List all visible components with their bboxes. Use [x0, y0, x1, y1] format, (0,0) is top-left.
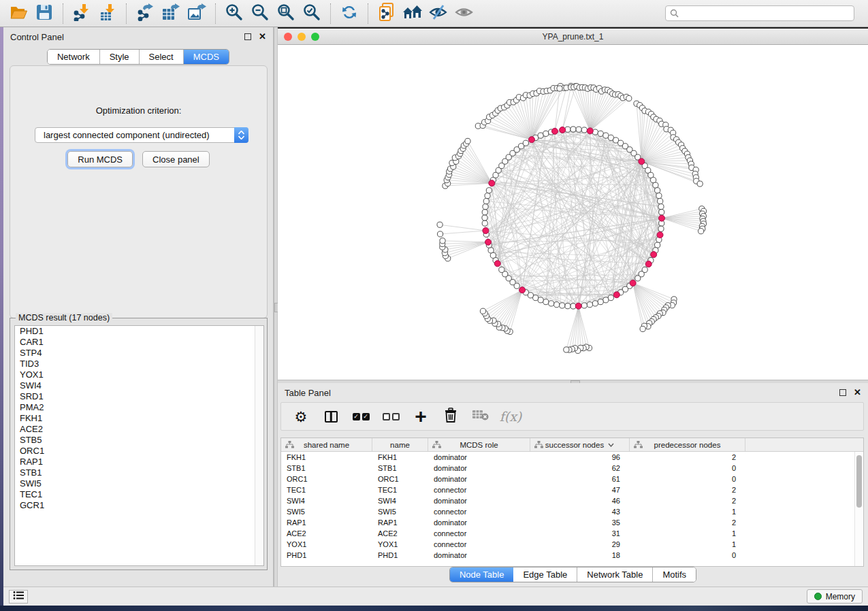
- table-cell[interactable]: 0: [630, 475, 745, 483]
- search-box[interactable]: [665, 5, 854, 21]
- mcds-result-item[interactable]: ACE2: [15, 424, 263, 435]
- table-cell[interactable]: 0: [630, 551, 745, 559]
- table-cell[interactable]: 0: [630, 464, 745, 472]
- table-row[interactable]: ORC1ORC1dominator610: [281, 474, 863, 484]
- mcds-result-item[interactable]: TID3: [15, 359, 263, 369]
- tab-motifs[interactable]: Motifs: [653, 567, 696, 582]
- table-cell[interactable]: YOX1: [281, 540, 372, 548]
- delete-table-button[interactable]: [469, 405, 492, 428]
- table-cell[interactable]: 29: [530, 540, 630, 548]
- float-panel-icon[interactable]: [839, 389, 846, 396]
- mcds-result-list[interactable]: PHD1CAR1STP4TID3YOX1SWI4SRD1PMA2FKH1ACE2…: [14, 325, 264, 566]
- table-cell[interactable]: ORC1: [372, 475, 428, 483]
- table-cell[interactable]: PHD1: [281, 551, 372, 559]
- table-cell[interactable]: connector: [428, 529, 530, 538]
- column-header-name[interactable]: name: [372, 438, 428, 451]
- table-row[interactable]: STB1STB1dominator620: [281, 463, 863, 474]
- close-panel-icon[interactable]: ✕: [259, 33, 266, 40]
- table-row[interactable]: RAP1RAP1dominator352: [281, 517, 863, 528]
- save-session-button[interactable]: [31, 2, 57, 25]
- table-cell[interactable]: 96: [530, 453, 630, 461]
- tab-network[interactable]: Network: [48, 50, 100, 64]
- delete-column-button[interactable]: [439, 405, 462, 428]
- table-cell[interactable]: connector: [428, 508, 530, 516]
- table-cell[interactable]: dominator: [428, 475, 530, 483]
- column-header-successor-nodes[interactable]: successor nodes: [530, 438, 630, 451]
- table-scrollbar[interactable]: [854, 452, 863, 566]
- table-cell[interactable]: STB1: [372, 464, 428, 472]
- run-mcds-button[interactable]: Run MCDS: [67, 151, 133, 167]
- table-cell[interactable]: 62: [530, 464, 630, 472]
- export-image-button[interactable]: [184, 2, 210, 25]
- table-cell[interactable]: SWI4: [281, 497, 372, 505]
- open-file-button[interactable]: [5, 2, 31, 25]
- optimization-criterion-select[interactable]: largest connected component (undirected): [35, 127, 248, 143]
- mcds-result-item[interactable]: STB1: [15, 467, 263, 478]
- mcds-result-item[interactable]: PHD1: [15, 326, 263, 337]
- table-cell[interactable]: 46: [530, 497, 630, 505]
- export-network-button[interactable]: [132, 2, 158, 25]
- table-cell[interactable]: dominator: [428, 453, 530, 461]
- column-header-shared-name[interactable]: shared name: [281, 438, 372, 451]
- table-cell[interactable]: 31: [530, 529, 630, 538]
- table-cell[interactable]: FKH1: [281, 453, 372, 461]
- mcds-result-item[interactable]: GCR1: [15, 500, 263, 511]
- table-cell[interactable]: 1: [630, 529, 745, 538]
- table-cell[interactable]: TEC1: [281, 486, 372, 494]
- table-cell[interactable]: 2: [630, 453, 745, 461]
- table-scrollbar-thumb[interactable]: [856, 455, 862, 508]
- mcds-result-item[interactable]: SRD1: [15, 391, 263, 402]
- export-table-button[interactable]: [158, 2, 184, 25]
- column-pane-button[interactable]: [319, 405, 342, 428]
- mcds-result-item[interactable]: YOX1: [15, 369, 263, 380]
- table-cell[interactable]: TEC1: [372, 486, 428, 494]
- first-neighbors-button[interactable]: [400, 2, 425, 25]
- table-row[interactable]: PHD1PHD1dominator180: [281, 550, 863, 561]
- network-canvas[interactable]: [278, 45, 868, 380]
- table-cell[interactable]: 2: [630, 518, 745, 527]
- table-row[interactable]: SWI4SWI4dominator462: [281, 495, 863, 506]
- close-panel-button[interactable]: Close panel: [142, 151, 210, 167]
- table-cell[interactable]: PHD1: [372, 551, 428, 559]
- apply-layout-button[interactable]: [336, 2, 362, 25]
- table-cell[interactable]: SWI5: [372, 508, 428, 516]
- table-row[interactable]: TEC1TEC1connector472: [281, 484, 863, 495]
- table-row[interactable]: SWI5SWI5connector431: [281, 506, 863, 517]
- close-panel-icon[interactable]: ✕: [854, 389, 861, 396]
- table-cell[interactable]: 2: [630, 486, 745, 494]
- table-cell[interactable]: dominator: [428, 497, 530, 505]
- node-table[interactable]: shared namenameMCDS rolesuccessor nodesp…: [280, 437, 864, 567]
- table-cell[interactable]: dominator: [428, 518, 530, 527]
- add-column-button[interactable]: +: [409, 405, 432, 428]
- zoom-in-button[interactable]: [221, 2, 247, 25]
- task-history-button[interactable]: [9, 590, 28, 604]
- mcds-result-item[interactable]: SWI4: [15, 380, 263, 391]
- tab-mcds[interactable]: MCDS: [184, 50, 229, 64]
- table-cell[interactable]: STB1: [281, 464, 372, 472]
- network-window-titlebar[interactable]: YPA_prune.txt_1: [278, 29, 868, 45]
- mcds-result-item[interactable]: STP4: [15, 348, 263, 359]
- table-cell[interactable]: RAP1: [372, 518, 428, 527]
- tab-edge-table[interactable]: Edge Table: [513, 567, 577, 582]
- table-cell[interactable]: YOX1: [372, 540, 428, 548]
- mcds-result-item[interactable]: STB5: [15, 435, 263, 446]
- zoom-selected-button[interactable]: [299, 2, 325, 25]
- tab-style[interactable]: Style: [100, 50, 140, 64]
- table-cell[interactable]: ACE2: [372, 529, 428, 538]
- mcds-result-item[interactable]: FKH1: [15, 413, 263, 424]
- zoom-out-button[interactable]: [247, 2, 273, 25]
- table-cell[interactable]: 43: [530, 508, 630, 516]
- column-header-MCDS-role[interactable]: MCDS role: [428, 438, 530, 451]
- table-cell[interactable]: 1: [630, 508, 745, 516]
- float-panel-icon[interactable]: [244, 33, 251, 40]
- table-cell[interactable]: ORC1: [281, 475, 372, 483]
- table-cell[interactable]: 1: [630, 540, 745, 548]
- table-cell[interactable]: dominator: [428, 464, 530, 472]
- mcds-result-item[interactable]: SWI5: [15, 478, 263, 489]
- zoom-fit-button[interactable]: [273, 2, 299, 25]
- import-table-button[interactable]: [95, 2, 120, 25]
- mcds-result-item[interactable]: RAP1: [15, 457, 263, 467]
- import-network-button[interactable]: [69, 2, 95, 25]
- mcds-result-item[interactable]: PMA2: [15, 402, 263, 413]
- memory-button[interactable]: Memory: [807, 589, 863, 604]
